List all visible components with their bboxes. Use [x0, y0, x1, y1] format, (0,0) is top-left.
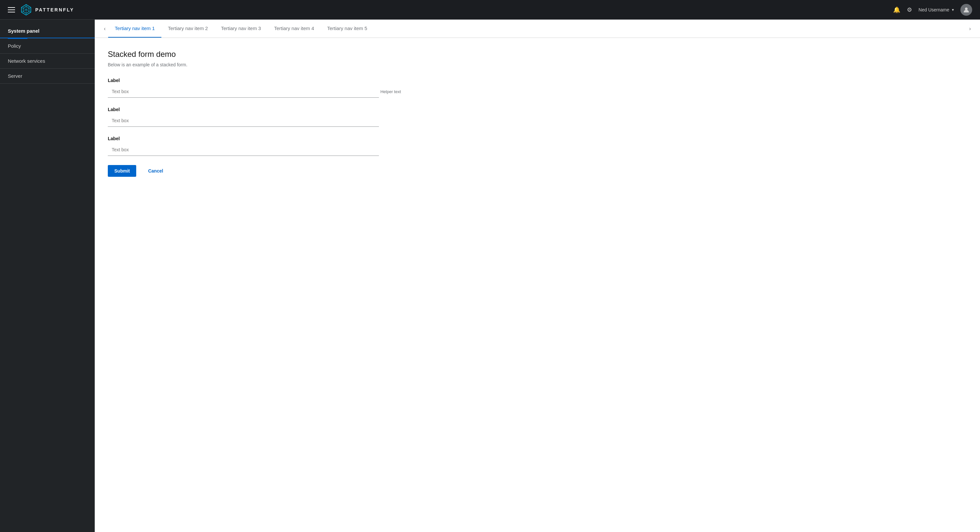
form-input-3[interactable] [108, 144, 379, 156]
form-group-1: Label Helper text [108, 78, 967, 98]
form-actions: Submit Cancel [108, 165, 967, 177]
tab-tertiary-2[interactable]: Tertiary nav item 2 [161, 20, 215, 38]
form-label-3: Label [108, 136, 967, 141]
cancel-button[interactable]: Cancel [142, 165, 170, 177]
content-area: ‹ Tertiary nav item 1 Tertiary nav item … [95, 20, 980, 532]
submit-button[interactable]: Submit [108, 165, 136, 177]
nav-next-arrow[interactable]: › [967, 24, 974, 33]
sidebar-item-server[interactable]: Server [0, 68, 95, 84]
brand: PATTERNFLY [20, 4, 74, 16]
notifications-icon[interactable]: 🔔 [893, 6, 900, 13]
form-input-1[interactable] [108, 86, 379, 98]
form-label-1: Label [108, 78, 967, 83]
tertiary-nav-tabs: Tertiary nav item 1 Tertiary nav item 2 … [108, 20, 966, 38]
tab-tertiary-5[interactable]: Tertiary nav item 5 [321, 20, 374, 38]
avatar[interactable] [960, 4, 972, 16]
brand-logo-icon [20, 4, 32, 16]
tab-tertiary-3[interactable]: Tertiary nav item 3 [214, 20, 267, 38]
form-group-2: Label [108, 107, 967, 127]
brand-name: PATTERNFLY [35, 7, 74, 13]
username: Ned Username [919, 7, 949, 13]
nav-prev-arrow[interactable]: ‹ [101, 24, 108, 33]
helper-text-1: Helper text [380, 89, 401, 94]
user-menu[interactable]: Ned Username ▾ [919, 7, 954, 13]
form-title: Stacked form demo [108, 50, 967, 59]
sidebar: System panel Policy Network services Ser… [0, 20, 95, 532]
hamburger-menu[interactable] [8, 7, 15, 13]
form-group-3: Label [108, 136, 967, 156]
tab-tertiary-4[interactable]: Tertiary nav item 4 [267, 20, 321, 38]
sidebar-item-system-panel[interactable]: System panel [0, 24, 95, 38]
top-nav: PATTERNFLY 🔔 ⚙ Ned Username ▾ [0, 0, 980, 20]
svg-point-5 [965, 8, 967, 10]
sidebar-item-policy[interactable]: Policy [0, 38, 95, 54]
form-label-2: Label [108, 107, 967, 112]
settings-icon[interactable]: ⚙ [907, 6, 912, 13]
tab-tertiary-1[interactable]: Tertiary nav item 1 [108, 20, 161, 38]
form-content: Stacked form demo Below is an example of… [95, 38, 980, 532]
tertiary-nav: ‹ Tertiary nav item 1 Tertiary nav item … [95, 20, 980, 38]
user-chevron-icon: ▾ [952, 8, 954, 12]
sidebar-item-network-services[interactable]: Network services [0, 54, 95, 68]
form-subtitle: Below is an example of a stacked form. [108, 62, 967, 67]
form-input-2[interactable] [108, 115, 379, 127]
